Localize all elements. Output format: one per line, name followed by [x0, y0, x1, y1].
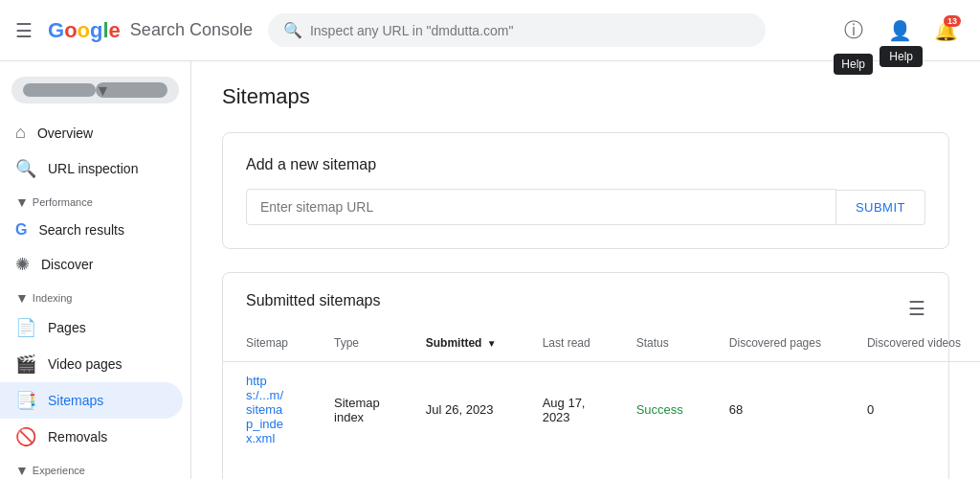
main-content: Sitemaps Add a new sitemap SUBMIT Submit…	[191, 61, 980, 479]
search-icon: 🔍	[283, 21, 302, 39]
col-status: Status	[613, 325, 706, 362]
cell-type: Sitemap index	[311, 362, 403, 458]
sitemap-url-input[interactable]	[246, 189, 836, 225]
sidebar-item-label: Overview	[37, 125, 93, 141]
chevron-down-icon: ▼	[96, 82, 168, 98]
sitemap-input-row: SUBMIT	[246, 189, 925, 225]
cell-sitemap: https:/...m/sitemap_index.xml	[223, 362, 311, 458]
pages-icon: 📄	[15, 317, 36, 338]
table-row: https:/...m/sitemap_index.xml Sitemap in…	[223, 362, 980, 458]
sidebar-item-sitemaps[interactable]: 📑 Sitemaps	[0, 382, 183, 419]
logo: Google Search Console	[48, 18, 253, 43]
property-selector[interactable]: ▼	[11, 77, 179, 103]
section-label: Experience	[33, 465, 85, 476]
submitted-sitemaps-title: Submitted sitemaps	[246, 292, 381, 309]
sidebar-item-label: Search results	[38, 222, 123, 238]
home-icon: ⌂	[15, 123, 26, 143]
page-title: Sitemaps	[222, 84, 949, 109]
sidebar-item-search-results[interactable]: G Search results	[0, 214, 183, 246]
google-wordmark: Google	[48, 18, 121, 43]
collapse-icon[interactable]: ▼	[15, 290, 29, 306]
cell-status: Success	[613, 362, 706, 458]
sidebar-item-removals[interactable]: 🚫 Removals	[0, 419, 183, 455]
submit-sitemap-button[interactable]: SUBMIT	[836, 190, 925, 225]
col-sitemap: Sitemap	[223, 325, 311, 362]
submitted-sitemaps-header: Submitted sitemaps ☰	[223, 273, 948, 325]
sitemaps-table-wrapper: Sitemap Type Submitted ▼ Last read Statu…	[223, 325, 948, 472]
notification-badge: 13	[944, 15, 961, 27]
asterisk-icon: ✺	[15, 254, 30, 275]
sidebar-item-video-pages[interactable]: 🎬 Video pages	[0, 346, 183, 382]
collapse-icon[interactable]: ▼	[15, 194, 29, 210]
section-label: Performance	[33, 196, 93, 208]
sidebar-item-label: Removals	[48, 429, 107, 445]
menu-icon[interactable]: ☰	[15, 19, 33, 42]
sidebar-item-pages[interactable]: 📄 Pages	[0, 309, 183, 346]
search-icon: 🔍	[15, 158, 36, 179]
google-g-icon: G	[15, 221, 27, 239]
filter-icon[interactable]: ☰	[908, 297, 925, 320]
cell-discovered-pages: 68	[706, 362, 844, 458]
sitemaps-icon: 📑	[15, 390, 36, 411]
col-type: Type	[311, 325, 403, 362]
cell-submitted: Jul 26, 2023	[403, 362, 520, 458]
add-sitemap-card: Add a new sitemap SUBMIT	[222, 132, 949, 249]
sidebar-item-label: Sitemaps	[48, 393, 103, 408]
sidebar-item-label: Discover	[41, 257, 93, 272]
help-button[interactable]: ⓘ Help	[835, 11, 873, 50]
sidebar-item-label: URL inspection	[48, 161, 138, 176]
experience-section: ▼ Experience	[0, 455, 190, 479]
col-discovered-videos: Discovered videos	[844, 325, 980, 362]
add-sitemap-section: Add a new sitemap SUBMIT	[223, 133, 948, 248]
sidebar-item-label: Video pages	[48, 356, 122, 372]
sidebar-item-url-inspection[interactable]: 🔍 URL inspection	[0, 150, 183, 187]
property-name	[23, 83, 96, 97]
accounts-icon: 👤	[888, 19, 912, 42]
sitemaps-table: Sitemap Type Submitted ▼ Last read Statu…	[223, 325, 980, 457]
help-tooltip-visible: Help	[880, 46, 923, 67]
col-submitted[interactable]: Submitted ▼	[403, 325, 520, 362]
product-name: Search Console	[130, 20, 253, 40]
pagination-row: Rows per page: 10 25 50 1-1 of 1 ‹ ›	[223, 472, 948, 479]
indexing-section: ▼ Indexing	[0, 283, 190, 309]
performance-section: ▼ Performance	[0, 187, 190, 214]
sidebar-item-discover[interactable]: ✺ Discover	[0, 246, 183, 283]
url-search-bar[interactable]: 🔍	[268, 13, 766, 47]
collapse-icon[interactable]: ▼	[15, 463, 29, 478]
cell-last-read: Aug 17, 2023	[520, 362, 613, 458]
removals-icon: 🚫	[15, 426, 36, 447]
accounts-button[interactable]: 👤	[880, 11, 919, 50]
cell-discovered-videos: 0	[844, 362, 980, 458]
video-icon: 🎬	[15, 354, 36, 375]
topbar-actions: ⓘ Help 👤 🔔 13	[835, 11, 965, 50]
sidebar-item-label: Pages	[48, 320, 86, 335]
help-tooltip: Help	[834, 54, 873, 75]
notifications-button[interactable]: 🔔 13	[926, 11, 965, 50]
help-icon: ⓘ	[844, 17, 863, 43]
section-label: Indexing	[33, 292, 73, 304]
sort-arrow-icon: ▼	[487, 338, 497, 349]
sidebar: ▼ ⌂ Overview 🔍 URL inspection ▼ Performa…	[0, 61, 191, 479]
url-search-input[interactable]	[310, 23, 750, 38]
submitted-sitemaps-card: Submitted sitemaps ☰ Sitemap Type Submit…	[222, 272, 949, 479]
main-layout: ▼ ⌂ Overview 🔍 URL inspection ▼ Performa…	[0, 61, 980, 479]
col-last-read: Last read	[520, 325, 613, 362]
table-header-row: Sitemap Type Submitted ▼ Last read Statu…	[223, 325, 980, 362]
col-discovered-pages: Discovered pages	[706, 325, 844, 362]
topbar: ☰ Google Search Console 🔍 ⓘ Help 👤 🔔 13	[0, 0, 980, 61]
add-sitemap-title: Add a new sitemap	[246, 156, 925, 173]
sidebar-item-overview[interactable]: ⌂ Overview	[0, 115, 183, 150]
